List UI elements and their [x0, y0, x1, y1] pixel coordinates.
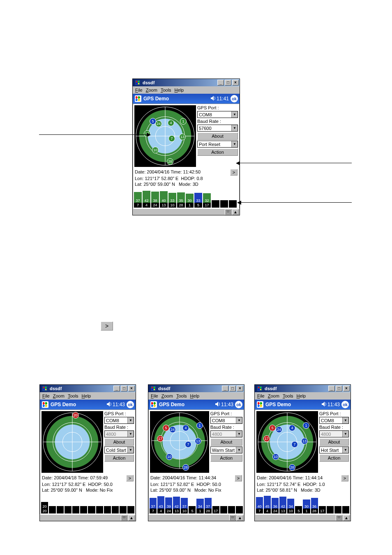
bar-id-13: 13: [279, 509, 286, 513]
about-button[interactable]: About: [104, 438, 134, 446]
sip-keyboard-icon[interactable]: [225, 209, 231, 215]
svg-rect-57: [337, 516, 341, 520]
statusbar: ▲: [148, 514, 244, 521]
about-button[interactable]: About: [210, 438, 242, 446]
app-icon: [150, 386, 157, 391]
menu-file[interactable]: File: [257, 393, 265, 398]
menu-zoom[interactable]: Zoom: [161, 393, 173, 398]
minimize-button[interactable]: _: [217, 80, 224, 86]
menu-tools[interactable]: Tools: [161, 88, 171, 92]
speaker-icon[interactable]: [322, 402, 327, 408]
menu-help[interactable]: Help: [175, 88, 184, 92]
menu-help[interactable]: Help: [297, 393, 306, 398]
statusbar: ▲: [40, 514, 136, 521]
ok-button[interactable]: ok: [127, 401, 134, 408]
bar-id-empty: [57, 509, 64, 513]
maximize-button[interactable]: □: [336, 386, 342, 391]
speaker-icon[interactable]: [211, 96, 216, 102]
close-button[interactable]: ×: [343, 386, 350, 391]
menu-file[interactable]: File: [42, 393, 50, 398]
ok-button[interactable]: ok: [341, 401, 349, 408]
svg-rect-42: [230, 516, 235, 520]
gps-port-select[interactable]: COM8▼: [319, 417, 349, 424]
ok-button[interactable]: ok: [235, 401, 242, 408]
satellite-10: 10: [152, 147, 159, 153]
next-button[interactable]: >: [126, 475, 134, 481]
minimize-button[interactable]: _: [328, 386, 335, 391]
mode-select[interactable]: Port Reset▼: [197, 141, 238, 148]
satellite-10: 10: [272, 453, 279, 460]
signal-bars: 4045364234303674241310512817: [255, 494, 350, 514]
close-button[interactable]: ×: [232, 80, 239, 86]
bar-id-empty: [212, 203, 219, 208]
arrow-button-example[interactable]: >: [101, 321, 113, 331]
about-button[interactable]: About: [197, 132, 238, 140]
svg-rect-18: [43, 389, 44, 390]
baud-rate-select[interactable]: 57600▼: [197, 125, 238, 132]
action-button[interactable]: Action: [210, 454, 242, 462]
maximize-button[interactable]: □: [229, 386, 236, 391]
bar-24: 36: [272, 495, 279, 509]
menu-zoom[interactable]: Zoom: [146, 88, 157, 92]
satellite-13: 13: [195, 438, 201, 444]
close-button[interactable]: ×: [237, 386, 243, 391]
satellite-17: 17: [157, 435, 164, 442]
chevron-down-icon: ▼: [236, 431, 242, 437]
satellite-24: 24: [276, 426, 282, 433]
up-arrow-icon[interactable]: ▲: [343, 515, 350, 521]
bar-id-20: 20: [41, 509, 48, 513]
start-flag-icon[interactable]: [256, 401, 264, 408]
next-button[interactable]: >: [341, 475, 348, 481]
menubar: FileZoomToolsHelp: [148, 392, 244, 400]
menu-tools[interactable]: Tools: [176, 393, 187, 398]
minimize-button[interactable]: _: [113, 386, 120, 391]
sip-keyboard-icon[interactable]: [121, 515, 127, 521]
annotation-arrowhead-right-2: [237, 201, 241, 205]
mode-select[interactable]: Warm Start▼: [210, 446, 242, 453]
mode-select[interactable]: Cold Start▼: [104, 446, 134, 453]
close-button[interactable]: ×: [128, 386, 135, 391]
bar-id-13: 13: [160, 203, 168, 208]
maximize-button[interactable]: □: [225, 80, 231, 86]
start-flag-icon[interactable]: [134, 95, 142, 102]
bar-id-10: 10: [287, 509, 294, 513]
bar-empty: [72, 495, 79, 509]
menu-file[interactable]: File: [135, 88, 143, 92]
sip-keyboard-icon[interactable]: [229, 515, 236, 521]
sip-keyboard-icon[interactable]: [336, 515, 342, 521]
menu-help[interactable]: Help: [190, 393, 200, 398]
start-flag-icon[interactable]: [42, 401, 49, 408]
menu-zoom[interactable]: Zoom: [53, 393, 65, 398]
up-arrow-icon[interactable]: ▲: [128, 515, 135, 521]
up-arrow-icon[interactable]: ▲: [232, 209, 239, 215]
bar-id-empty: [220, 509, 227, 513]
speaker-icon[interactable]: [215, 402, 220, 408]
ok-button[interactable]: ok: [231, 95, 238, 102]
menu-tools[interactable]: Tools: [283, 393, 293, 398]
bar-id-empty: [220, 203, 228, 208]
action-button[interactable]: Action: [319, 454, 349, 462]
bar-4: 42: [143, 189, 150, 203]
mode-select[interactable]: Hot Start▼: [319, 446, 349, 453]
gps-port-select[interactable]: COM8▼: [104, 417, 134, 424]
next-button[interactable]: >: [235, 475, 242, 481]
start-flag-icon[interactable]: [150, 401, 157, 408]
about-button[interactable]: About: [319, 438, 349, 446]
menu-help[interactable]: Help: [82, 393, 91, 398]
baud-rate-label: Baud Rate :: [104, 425, 134, 430]
menu-zoom[interactable]: Zoom: [268, 393, 279, 398]
minimize-button[interactable]: _: [222, 386, 228, 391]
action-button[interactable]: Action: [104, 454, 134, 462]
svg-marker-60: [147, 133, 151, 137]
menu-tools[interactable]: Tools: [68, 393, 78, 398]
next-button[interactable]: >: [230, 169, 238, 176]
gps-port-select[interactable]: COM8▼: [197, 111, 238, 118]
svg-rect-32: [154, 387, 155, 388]
gps-port-select[interactable]: COM8▼: [210, 417, 242, 424]
ppc-clock: 11:43: [113, 402, 125, 407]
speaker-icon[interactable]: [107, 402, 112, 408]
menu-file[interactable]: File: [151, 393, 158, 398]
action-button[interactable]: Action: [197, 148, 238, 156]
maximize-button[interactable]: □: [121, 386, 127, 391]
up-arrow-icon[interactable]: ▲: [237, 515, 243, 521]
